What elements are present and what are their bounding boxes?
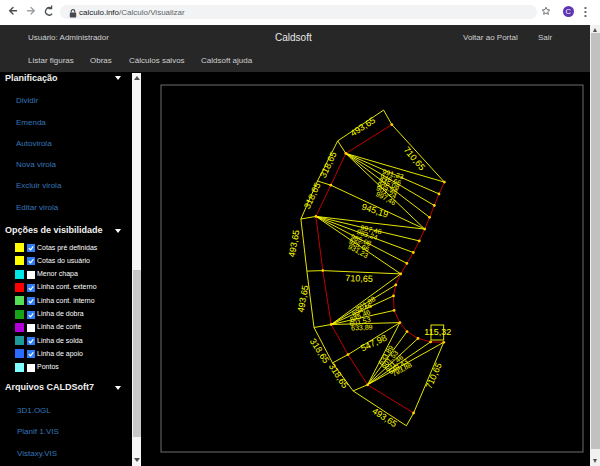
svg-text:493,65: 493,65 — [370, 406, 399, 429]
svg-text:493,65: 493,65 — [349, 115, 378, 138]
svg-text:115,32: 115,32 — [424, 327, 451, 337]
svg-text:318,65: 318,65 — [327, 362, 350, 391]
svg-text:945,19: 945,19 — [360, 202, 389, 220]
svg-text:493,65: 493,65 — [296, 284, 311, 313]
svg-text:710,65: 710,65 — [345, 273, 373, 284]
svg-text:493,65: 493,65 — [287, 229, 302, 258]
svg-text:318,65: 318,65 — [302, 181, 323, 210]
svg-text:633,89: 633,89 — [351, 323, 373, 331]
svg-text:710,65: 710,65 — [424, 361, 444, 390]
svg-text:318,65: 318,65 — [308, 337, 331, 366]
